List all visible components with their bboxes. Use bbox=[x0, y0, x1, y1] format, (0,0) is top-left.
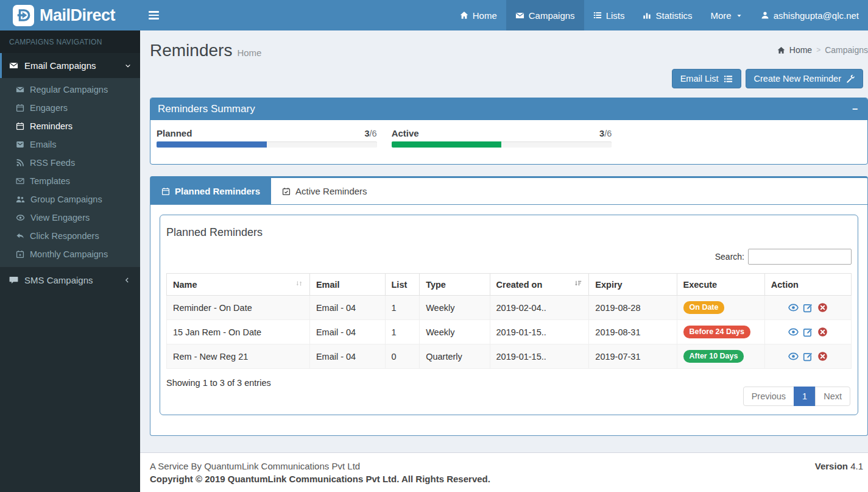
tab-active-reminders[interactable]: Active Reminders bbox=[271, 178, 378, 204]
table-title: Planned Reminders bbox=[166, 226, 852, 239]
reminders-table-body: Reminder - On DateEmail - 041Weekly2019-… bbox=[167, 296, 852, 369]
edit-button[interactable] bbox=[803, 351, 813, 362]
execute-badge: Before 24 Days bbox=[683, 326, 750, 338]
email-list-button[interactable]: Email List bbox=[672, 69, 741, 88]
sidebar-item-sms-campaigns[interactable]: SMS Campaigns bbox=[0, 267, 140, 293]
cell-list: 0 bbox=[385, 344, 420, 369]
sidebar-item-templates[interactable]: Templates bbox=[0, 172, 140, 190]
pagination-next[interactable]: Next bbox=[815, 387, 850, 406]
breadcrumb-current: Campaigns bbox=[825, 45, 868, 55]
table-row: 15 Jan Rem - On DateEmail - 041Weekly201… bbox=[167, 320, 852, 344]
search-input[interactable] bbox=[748, 249, 852, 265]
footer-service-line: A Service By QuantumLink Communications … bbox=[150, 461, 490, 471]
active-value: 3/6 bbox=[599, 129, 612, 138]
cell-expiry: 2019-08-31 bbox=[589, 320, 677, 344]
comment-icon bbox=[9, 276, 18, 285]
view-button[interactable] bbox=[788, 327, 799, 337]
home-icon bbox=[777, 46, 785, 54]
cell-name: Rem - New Reg 21 bbox=[167, 344, 310, 369]
cell-email: Email - 04 bbox=[309, 320, 385, 344]
column-header-created-on[interactable]: Created on bbox=[490, 274, 589, 296]
nav-home[interactable]: Home bbox=[451, 0, 506, 30]
sidebar-item-monthly-campaigns[interactable]: Monthly Campaigns bbox=[0, 245, 140, 263]
delete-icon bbox=[817, 302, 828, 313]
maildirect-logo-icon bbox=[13, 5, 34, 26]
planned-progress-bar bbox=[157, 141, 377, 148]
search-bar: Search: bbox=[166, 249, 852, 265]
column-header-type[interactable]: Type bbox=[420, 274, 490, 296]
page-title: Reminders bbox=[150, 41, 232, 60]
cell-actions bbox=[764, 296, 851, 320]
pagination-previous[interactable]: Previous bbox=[743, 387, 794, 406]
edit-icon bbox=[803, 327, 813, 337]
envelope-icon bbox=[9, 61, 18, 70]
brand-logo[interactable]: MailDirect bbox=[0, 0, 140, 30]
collapse-icon[interactable]: − bbox=[850, 104, 860, 114]
delete-button[interactable] bbox=[817, 327, 828, 337]
delete-button[interactable] bbox=[817, 351, 828, 362]
column-header-expiry[interactable]: Expiry bbox=[589, 274, 677, 296]
nav-statistics[interactable]: Statistics bbox=[633, 0, 701, 30]
column-header-list[interactable]: List bbox=[385, 274, 420, 296]
cell-expiry: 2019-08-28 bbox=[589, 296, 677, 320]
tab-bar: Planned Reminders Active Reminders bbox=[150, 178, 867, 205]
reply-icon bbox=[16, 232, 24, 240]
page-footer: A Service By QuantumLink Communications … bbox=[140, 452, 868, 492]
cell-created: 2019-01-15.. bbox=[490, 344, 589, 369]
delete-icon bbox=[817, 327, 828, 337]
cell-type: Weekly bbox=[420, 320, 490, 344]
delete-button[interactable] bbox=[817, 302, 828, 313]
cell-created: 2019-02-04.. bbox=[490, 296, 589, 320]
breadcrumb-home[interactable]: Home bbox=[789, 45, 812, 55]
active-label: Active bbox=[392, 128, 419, 138]
planned-reminders-box: Planned Reminders Search: Name bbox=[160, 215, 858, 415]
column-header-email[interactable]: Email bbox=[309, 274, 385, 296]
cell-list: 1 bbox=[385, 296, 420, 320]
pagination: Previous 1 Next bbox=[743, 387, 850, 406]
sidebar-item-reminders[interactable]: Reminders bbox=[0, 117, 140, 135]
active-progress-bar bbox=[392, 141, 612, 148]
summary-panel-header: Reminders Summary − bbox=[150, 98, 867, 120]
nav-user-account[interactable]: ashishgupta@qlc.net bbox=[752, 0, 868, 30]
caret-down-icon bbox=[736, 12, 743, 19]
sidebar-item-engagers[interactable]: Engagers bbox=[0, 99, 140, 117]
create-new-reminder-button[interactable]: Create New Reminder bbox=[746, 69, 863, 88]
sidebar-item-emails[interactable]: Emails bbox=[0, 135, 140, 154]
reminders-table: Name Email List Type Created on bbox=[166, 273, 852, 369]
nav-more[interactable]: More bbox=[701, 0, 751, 30]
execute-badge: After 10 Days bbox=[683, 350, 744, 363]
column-header-name[interactable]: Name bbox=[167, 274, 310, 296]
cell-type: Quarterly bbox=[420, 344, 490, 369]
column-header-execute[interactable]: Execute bbox=[677, 274, 764, 296]
envelope-icon bbox=[515, 11, 524, 20]
cell-name: 15 Jan Rem - On Date bbox=[167, 320, 310, 344]
home-icon bbox=[460, 11, 468, 20]
sidebar-item-regular-campaigns[interactable]: Regular Campaigns bbox=[0, 80, 140, 99]
edit-icon bbox=[803, 302, 813, 313]
brand-name: MailDirect bbox=[40, 6, 115, 25]
reminders-summary-panel: Reminders Summary − Planned 3/6 Active bbox=[150, 98, 868, 165]
sidebar-item-view-engagers[interactable]: View Engagers bbox=[0, 209, 140, 227]
edit-button[interactable] bbox=[803, 302, 813, 313]
tab-planned-reminders[interactable]: Planned Reminders bbox=[150, 178, 271, 204]
sidebar-item-rss-feeds[interactable]: RSS Feeds bbox=[0, 154, 140, 172]
edit-icon bbox=[803, 351, 813, 362]
page-subtitle: Home bbox=[237, 48, 261, 58]
table-row: Rem - New Reg 21Email - 040Quarterly2019… bbox=[167, 344, 852, 369]
sidebar-item-email-campaigns[interactable]: Email Campaigns bbox=[0, 53, 140, 78]
column-header-action: Action bbox=[764, 274, 851, 296]
cell-email: Email - 04 bbox=[309, 344, 385, 369]
showing-entries: Showing 1 to 3 of 3 entries bbox=[166, 378, 271, 388]
sidebar-item-click-responders[interactable]: Click Responders bbox=[0, 227, 140, 245]
edit-button[interactable] bbox=[803, 327, 813, 337]
nav-campaigns[interactable]: Campaigns bbox=[506, 0, 584, 30]
nav-lists[interactable]: Lists bbox=[584, 0, 634, 30]
sidebar-item-group-campaigns[interactable]: Group Campaigns bbox=[0, 190, 140, 209]
view-button[interactable] bbox=[788, 302, 799, 313]
view-button[interactable] bbox=[788, 351, 799, 362]
pagination-page-1[interactable]: 1 bbox=[794, 387, 816, 406]
cell-email: Email - 04 bbox=[309, 296, 385, 320]
calendar-icon bbox=[16, 122, 24, 130]
sidebar-toggle-button[interactable] bbox=[140, 0, 168, 30]
cell-execute: On Date bbox=[677, 296, 764, 320]
